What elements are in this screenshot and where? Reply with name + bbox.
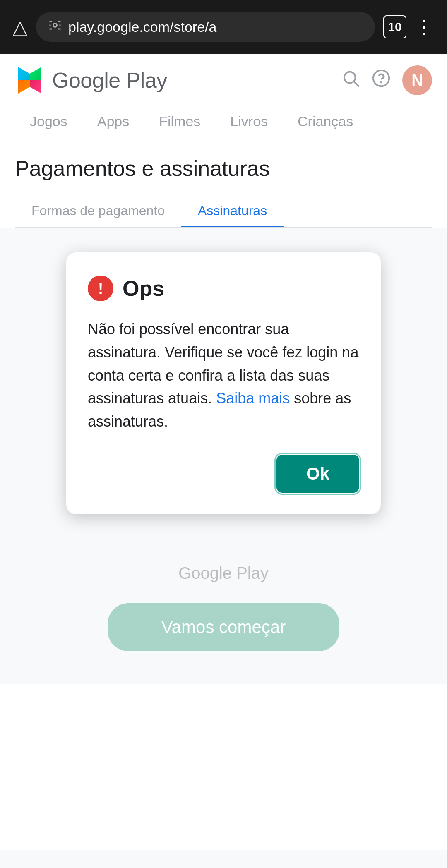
filter-icon xyxy=(48,18,62,36)
svg-point-8 xyxy=(381,82,382,83)
gplay-title: Google Play xyxy=(52,68,167,93)
page-title: Pagamentos e assinaturas xyxy=(15,156,432,181)
sub-tab-assinaturas[interactable]: Assinaturas xyxy=(181,196,284,227)
svg-line-6 xyxy=(354,82,359,86)
sub-tabs: Formas de pagamento Assinaturas xyxy=(15,196,432,228)
url-bar[interactable]: play.google.com/store/a xyxy=(36,12,375,42)
bottom-spacer xyxy=(0,684,447,850)
logo-wrap: Google Play xyxy=(15,65,167,95)
main-nav: Jogos Apps Filmes Livros Crianças xyxy=(15,105,432,139)
play-logo-icon xyxy=(15,65,45,95)
nav-item-jogos[interactable]: Jogos xyxy=(15,105,82,139)
page-content: Pagamentos e assinaturas Formas de pagam… xyxy=(0,139,447,228)
nav-item-apps[interactable]: Apps xyxy=(82,105,144,139)
sub-tab-pagamento[interactable]: Formas de pagamento xyxy=(15,196,181,227)
dialog-footer: Ok xyxy=(88,455,359,493)
avatar[interactable]: N xyxy=(402,65,432,95)
top-row: Google Play N xyxy=(15,65,432,95)
svg-marker-2 xyxy=(30,67,41,80)
dialog-body: Não foi possível encontrar sua assinatur… xyxy=(88,318,359,433)
dialog-header: ! Ops xyxy=(88,276,359,301)
gplay-watermark: Google Play xyxy=(178,564,269,583)
dialog-overlay-area: ! Ops Não foi possível encontrar sua ass… xyxy=(0,228,447,539)
tab-count[interactable]: 10 xyxy=(383,15,406,38)
header-icons: N xyxy=(341,65,432,95)
saiba-mais-link[interactable]: Saiba mais xyxy=(216,390,290,407)
menu-icon[interactable]: ⋮ xyxy=(415,16,435,38)
ok-button[interactable]: Ok xyxy=(276,455,359,493)
nav-item-filmes[interactable]: Filmes xyxy=(144,105,215,139)
home-icon[interactable]: △ xyxy=(12,15,28,38)
error-dialog: ! Ops Não foi possível encontrar sua ass… xyxy=(66,252,381,514)
help-icon[interactable] xyxy=(372,69,391,92)
svg-point-0 xyxy=(53,23,57,27)
nav-item-criancas[interactable]: Crianças xyxy=(283,105,368,139)
url-text: play.google.com/store/a xyxy=(68,19,363,35)
search-icon[interactable] xyxy=(341,69,360,92)
dialog-title: Ops xyxy=(123,276,164,301)
gplay-header: Google Play N Jogos Apps Filmes Li xyxy=(0,54,447,139)
error-icon: ! xyxy=(88,276,113,301)
svg-marker-4 xyxy=(30,80,41,94)
svg-marker-1 xyxy=(18,67,30,80)
svg-marker-3 xyxy=(18,80,30,94)
below-dialog: Google Play Vamos começar xyxy=(0,539,447,684)
browser-bar: △ play.google.com/store/a 10 ⋮ xyxy=(0,0,447,54)
start-button[interactable]: Vamos começar xyxy=(108,603,339,651)
nav-item-livros[interactable]: Livros xyxy=(215,105,283,139)
